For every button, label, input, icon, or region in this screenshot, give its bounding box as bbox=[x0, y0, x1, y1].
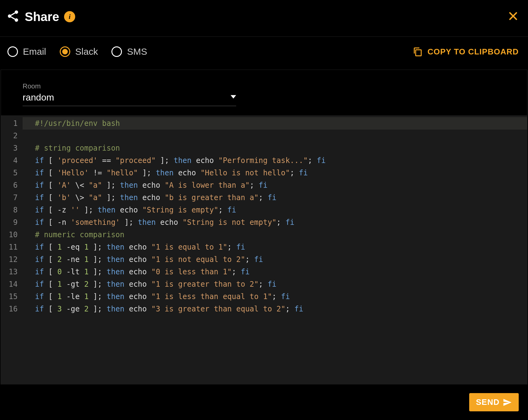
code-line: 8if [ -z '' ]; then echo "String is empt… bbox=[1, 204, 527, 216]
code-line: 7if [ 'b' \> "a" ]; then echo "b is grea… bbox=[1, 191, 527, 204]
code-line: 5if [ 'Hello' != "hello" ]; then echo "H… bbox=[1, 167, 527, 179]
line-number: 9 bbox=[1, 216, 23, 229]
line-number: 16 bbox=[1, 303, 23, 315]
share-icon bbox=[6, 9, 20, 24]
room-value: random bbox=[23, 92, 54, 103]
radio-icon bbox=[60, 46, 70, 57]
code-line: 11if [ 1 -eq 1 ]; then echo "1 is equal … bbox=[1, 241, 527, 253]
code-content: if [ 'proceed' == "proceed" ]; then echo… bbox=[23, 154, 527, 167]
line-number: 3 bbox=[1, 142, 23, 154]
line-number: 1 bbox=[1, 117, 23, 130]
code-content: if [ -z '' ]; then echo "String is empty… bbox=[23, 204, 527, 216]
line-number: 4 bbox=[1, 154, 23, 167]
code-content: # string comparison bbox=[23, 142, 527, 154]
room-label: Room bbox=[23, 82, 527, 90]
send-label: SEND bbox=[476, 397, 500, 407]
copy-label: COPY TO CLIPBOARD bbox=[427, 47, 519, 57]
svg-point-2 bbox=[15, 18, 18, 22]
code-line: 9if [ -n 'something' ]; then echo "Strin… bbox=[1, 216, 527, 229]
code-line: 10# numeric comparison bbox=[1, 229, 527, 241]
code-content: if [ 3 -ge 2 ]; then echo "3 is greater … bbox=[23, 303, 527, 315]
close-icon bbox=[508, 11, 519, 22]
info-icon[interactable]: i bbox=[64, 11, 75, 22]
code-content: if [ 'b' \> "a" ]; then echo "b is great… bbox=[23, 191, 527, 204]
code-content: #!/usr/bin/env bash bbox=[23, 117, 527, 130]
radio-slack[interactable]: Slack bbox=[60, 46, 98, 57]
line-number: 7 bbox=[1, 191, 23, 204]
share-modal: Share i EmailSlackSMS COPY TO CLIPBOARD … bbox=[0, 0, 528, 420]
code-content: if [ 1 -eq 1 ]; then echo "1 is equal to… bbox=[23, 241, 527, 253]
radio-icon bbox=[111, 46, 122, 57]
modal-header: Share i bbox=[0, 0, 528, 37]
line-number: 15 bbox=[1, 290, 23, 303]
code-line: 4if [ 'proceed' == "proceed" ]; then ech… bbox=[1, 154, 527, 167]
code-line: 2 bbox=[1, 130, 527, 142]
radio-email[interactable]: Email bbox=[7, 46, 46, 57]
copy-icon bbox=[412, 46, 423, 57]
code-content: if [ -n 'something' ]; then echo "String… bbox=[23, 216, 527, 229]
code-content: if [ 2 -ne 1 ]; then echo "1 is not equa… bbox=[23, 253, 527, 266]
line-number: 2 bbox=[1, 130, 23, 142]
line-number: 5 bbox=[1, 167, 23, 179]
code-content: if [ 1 -le 1 ]; then echo "1 is less tha… bbox=[23, 290, 527, 303]
share-controls: EmailSlackSMS COPY TO CLIPBOARD bbox=[0, 37, 528, 70]
code-line: 14if [ 1 -gt 2 ]; then echo "1 is greate… bbox=[1, 278, 527, 290]
code-line: 12if [ 2 -ne 1 ]; then echo "1 is not eq… bbox=[1, 253, 527, 266]
modal-title: Share bbox=[25, 10, 59, 24]
modal-body: Room random 1#!/usr/bin/env bash23# stri… bbox=[1, 70, 527, 384]
code-line: 3# string comparison bbox=[1, 142, 527, 154]
send-icon bbox=[503, 398, 512, 407]
code-content: if [ 0 -lt 1 ]; then echo "0 is less tha… bbox=[23, 266, 527, 278]
send-button[interactable]: SEND bbox=[469, 393, 519, 411]
modal-footer: SEND bbox=[0, 384, 528, 420]
radio-icon bbox=[7, 46, 18, 57]
line-number: 11 bbox=[1, 241, 23, 253]
code-content: if [ 1 -gt 2 ]; then echo "1 is greater … bbox=[23, 278, 527, 290]
code-content: if [ 'A' \< "a" ]; then echo "A is lower… bbox=[23, 179, 527, 191]
radio-label: Slack bbox=[75, 46, 98, 57]
line-number: 13 bbox=[1, 266, 23, 278]
svg-point-1 bbox=[8, 15, 11, 18]
code-content: if [ 'Hello' != "hello" ]; then echo "He… bbox=[23, 167, 527, 179]
code-content: # numeric comparison bbox=[23, 229, 527, 241]
code-line: 13if [ 0 -lt 1 ]; then echo "0 is less t… bbox=[1, 266, 527, 278]
close-button[interactable] bbox=[508, 11, 519, 23]
radio-sms[interactable]: SMS bbox=[111, 46, 147, 57]
room-field: Room random bbox=[1, 70, 527, 115]
room-select[interactable]: random bbox=[23, 92, 236, 106]
chevron-down-icon bbox=[231, 94, 236, 101]
code-line: 16if [ 3 -ge 2 ]; then echo "3 is greate… bbox=[1, 303, 527, 315]
code-line: 15if [ 1 -le 1 ]; then echo "1 is less t… bbox=[1, 290, 527, 303]
line-number: 10 bbox=[1, 229, 23, 241]
line-number: 6 bbox=[1, 179, 23, 191]
line-number: 12 bbox=[1, 253, 23, 266]
line-number: 14 bbox=[1, 278, 23, 290]
code-line: 6if [ 'A' \< "a" ]; then echo "A is lowe… bbox=[1, 179, 527, 191]
header-left: Share i bbox=[6, 9, 75, 24]
code-line: 1#!/usr/bin/env bash bbox=[1, 117, 527, 130]
radio-label: SMS bbox=[127, 46, 147, 57]
code-content bbox=[23, 130, 527, 142]
svg-point-0 bbox=[15, 11, 18, 14]
svg-rect-3 bbox=[416, 50, 421, 56]
code-editor[interactable]: 1#!/usr/bin/env bash23# string compariso… bbox=[1, 115, 527, 384]
copy-to-clipboard-button[interactable]: COPY TO CLIPBOARD bbox=[412, 46, 519, 57]
share-method-radios: EmailSlackSMS bbox=[7, 46, 147, 57]
line-number: 8 bbox=[1, 204, 23, 216]
radio-label: Email bbox=[23, 46, 46, 57]
